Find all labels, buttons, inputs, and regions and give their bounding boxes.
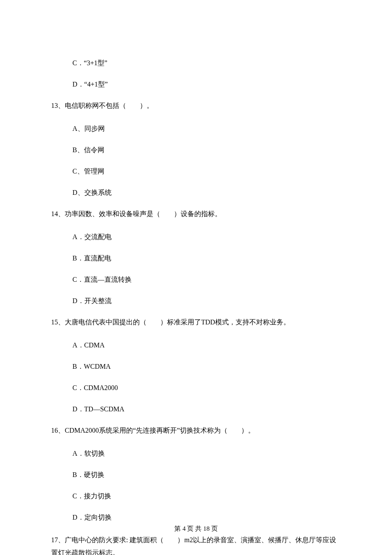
document-page: C．“3+1型” D．“4+1型” 13、电信职称网不包括（ ）。 A、同步网 … [0, 0, 392, 555]
question-13: 13、电信职称网不包括（ ）。 [51, 101, 341, 111]
question-15-option-d: D．TD—SCDMA [72, 404, 341, 414]
question-16-option-c: C．接力切换 [72, 491, 341, 501]
question-13-option-b: B、信令网 [72, 145, 341, 155]
page-footer: 第 4 页 共 18 页 [0, 525, 392, 533]
question-15-option-c: C．CDMA2000 [72, 383, 341, 393]
question-12-option-c: C．“3+1型” [72, 58, 341, 68]
question-12-option-d: D．“4+1型” [72, 79, 341, 90]
question-14: 14、功率因数、效率和设备噪声是（ ）设备的指标。 [51, 209, 341, 219]
question-14-option-b: B．直流配电 [72, 253, 341, 263]
question-15: 15、大唐电信代表中国提出的（ ）标准采用了TDD模式，支持不对称业务。 [51, 317, 341, 327]
question-16: 16、CDMA2000系统采用的“先连接再断开”切换技术称为（ ）。 [51, 425, 341, 436]
question-15-option-a: A．CDMA [72, 340, 341, 350]
question-14-option-a: A．交流配电 [72, 232, 341, 242]
question-16-option-b: B．硬切换 [72, 470, 341, 480]
question-15-option-b: B．WCDMA [72, 361, 341, 372]
question-16-option-a: A．软切换 [72, 448, 341, 459]
question-17: 17、广电中心的防火要求: 建筑面积（ ）m2以上的录音室、演播室、候播厅、休息… [51, 534, 341, 555]
question-13-option-c: C、管理网 [72, 166, 341, 176]
question-13-option-d: D、交换系统 [72, 188, 341, 198]
question-14-option-c: C．直流—直流转换 [72, 275, 341, 285]
question-16-option-d: D．定向切换 [72, 512, 341, 523]
question-14-option-d: D．开关整流 [72, 296, 341, 306]
question-13-option-a: A、同步网 [72, 124, 341, 134]
